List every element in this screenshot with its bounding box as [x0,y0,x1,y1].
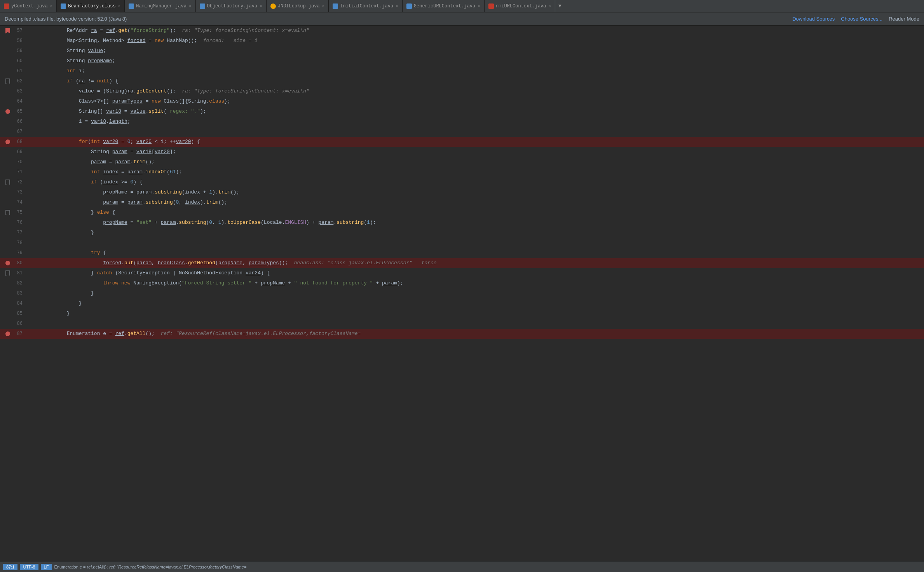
line-number: 62 [12,76,23,86]
code-content: value = (String)ra.getContent(); ra: "Ty… [27,86,924,96]
line-number: 81 [12,268,23,278]
tab-close-objectfactory[interactable]: × [260,4,262,9]
tab-close-jndilookup[interactable]: × [322,4,325,9]
code-content: propName = "set" + param.substring(0, 1)… [27,218,924,228]
line-number: 74 [12,197,23,208]
tab-objectfactory[interactable]: ObjectFactory.java × [196,0,267,12]
breakpoint-icon [5,331,10,336]
code-content: } catch (SecurityException | NoSuchMetho… [27,268,924,278]
tab-jndilookup[interactable]: JNDILookup.java × [267,0,329,12]
code-content [27,127,924,137]
code-line: 82 throw new NamingException("Forced Str… [0,278,924,288]
code-line: 67 [0,127,924,137]
tab-close-ycontext[interactable]: × [50,4,53,9]
line-number: 83 [12,288,23,298]
line-gutter: 82 [0,278,27,288]
code-content: String param = var18[var20]; [27,147,924,157]
code-content: String value; [27,46,924,56]
code-content: if (index >= 0) { [27,177,924,187]
line-gutter: 79 [0,248,27,258]
line-number: 87 [12,329,23,339]
line-gutter: 81 [0,268,27,278]
tab-close-rmiurlcontext[interactable]: × [548,4,551,9]
tab-label-initialcontext: InitialContext.java [340,3,393,9]
line-number: 58 [12,36,23,46]
tab-close-genericurlcontext[interactable]: × [478,4,480,9]
code-content: Map<String, Method> forced = new HashMap… [27,36,924,46]
gutter-icon-area [4,140,12,144]
tab-namingmanager[interactable]: NamingManager.java × [125,0,195,12]
code-line: 79 try { [0,248,924,258]
line-gutter: 87 [0,329,27,339]
line-number: 85 [12,309,23,319]
tab-ycontext[interactable]: yContext.java × [0,0,57,12]
tab-genericurlcontext[interactable]: GenericURLContext.java × [403,0,485,12]
status-segment-crlf: LF [41,564,52,570]
line-number: 72 [12,177,23,187]
code-content: if (ra != null) { [27,76,924,86]
line-number: 67 [12,127,23,137]
line-gutter: 62 [0,76,27,86]
code-content: int index = param.indexOf(61); [27,167,924,177]
line-gutter: 77 [0,228,27,238]
code-content: param = param.substring(0, index).trim()… [27,197,924,208]
code-content: RefAddr ra = ref.get("forceString"); ra:… [27,26,924,36]
tab-icon-rmiurlcontext [488,3,494,9]
breakpoint-icon [5,140,10,144]
tab-beanfactory[interactable]: BeanFactory.class × [57,0,125,12]
tab-bar: yContext.java × BeanFactory.class × Nami… [0,0,924,12]
tab-close-initialcontext[interactable]: × [396,4,398,9]
gutter-icon-area [4,28,12,33]
code-content: Class<?>[] paramTypes = new Class[]{Stri… [27,96,924,106]
tab-rmiurlcontext[interactable]: rmiURLContext.java × [485,0,555,12]
line-number: 78 [12,238,23,248]
code-content: try { [27,248,924,258]
tab-overflow[interactable]: ▼ [555,3,565,9]
gutter-icon-area [4,78,12,84]
line-gutter: 68 [0,137,27,147]
code-line: 73 propName = param.substring(index + 1)… [0,187,924,197]
code-line: 66 i = var18.length; [0,117,924,127]
gutter-icon-area [4,331,12,336]
code-line: 65 String[] var18 = value.split( regex: … [0,106,924,117]
code-line: 81 } catch (SecurityException | NoSuchMe… [0,268,924,278]
tab-close-namingmanager[interactable]: × [189,4,192,9]
code-content: } [27,288,924,298]
line-number: 66 [12,117,23,127]
line-gutter: 73 [0,187,27,197]
tab-close-beanfactory[interactable]: × [118,4,121,9]
breakpoint-icon [5,261,10,265]
tab-label-namingmanager: NamingManager.java [136,3,187,9]
code-content: Enumeration e = ref.getAll(); ref: "Reso… [27,329,924,339]
bookmark-icon [5,28,10,33]
tab-icon-objectfactory [200,3,205,9]
line-number: 69 [12,147,23,157]
gutter-icon-area [4,109,12,114]
code-line: 86 [0,319,924,329]
line-number: 82 [12,278,23,288]
reader-mode-button[interactable]: Reader Mode [889,16,919,22]
info-actions: Download Sources Choose Sources... Reade… [792,16,919,22]
code-content: for(int var20 = 0; var20 < i; ++var20) { [27,137,924,147]
tab-label-objectfactory: ObjectFactory.java [207,3,258,9]
code-content: propName = param.substring(index + 1).tr… [27,187,924,197]
status-bar: 87:1 UTF-8 LF Enumeration e = ref.getAll… [0,561,924,572]
choose-sources-link[interactable]: Choose Sources... [841,16,882,22]
line-gutter: 60 [0,56,27,66]
breakpoint-icon [5,109,10,114]
tab-label-ycontext: yContext.java [11,3,48,9]
tab-label-genericurlcontext: GenericURLContext.java [414,3,475,9]
line-gutter: 61 [0,66,27,76]
line-gutter: 76 [0,218,27,228]
line-gutter: 78 [0,238,27,248]
line-gutter: 74 [0,197,27,208]
line-gutter: 63 [0,86,27,96]
code-line: 70 param = param.trim(); [0,157,924,167]
code-line: 59 String value; [0,46,924,56]
bookmark-outline-icon [5,78,10,84]
code-content: i = var18.length; [27,117,924,127]
code-line: 69 String param = var18[var20]; [0,147,924,157]
tab-initialcontext[interactable]: InitialContext.java × [329,0,402,12]
tab-label-jndilookup: JNDILookup.java [278,3,320,9]
download-sources-link[interactable]: Download Sources [792,16,835,22]
